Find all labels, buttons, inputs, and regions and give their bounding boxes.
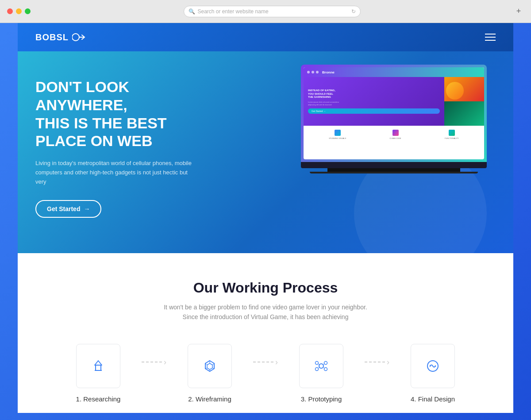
feature-icon-2: [392, 130, 399, 136]
refresh-icon[interactable]: ↻: [351, 8, 356, 15]
hero-description: Living in today's metropolitan world of …: [35, 159, 195, 186]
arrow-head: ›: [164, 358, 166, 366]
cta-label: Get Started: [47, 205, 80, 212]
hero-section: DON'T LOOK ANYWHERE,THIS IS THE BEST PLA…: [18, 51, 513, 253]
step-final-design: 4. Final Design: [393, 344, 473, 403]
inner-nav-dots: [307, 71, 319, 73]
get-started-button[interactable]: Get Started →: [35, 200, 101, 218]
laptop-hero-sub: Lorem ipsum dolor sit amet consecteturad…: [308, 101, 440, 106]
hamburger-line: [485, 37, 496, 38]
step-label-1: 1. Researching: [76, 395, 121, 403]
inner-brand: Bronne: [322, 70, 335, 74]
svg-point-7: [430, 366, 431, 367]
laptop-base: [301, 162, 487, 168]
website-container: BOBSL DON'T LOOK ANYWHERE,THIS IS THE BE…: [18, 23, 513, 413]
section-description: It won't be a bigger problem to find one…: [159, 302, 372, 322]
laptop-image-top: [444, 77, 484, 101]
svg-point-5: [324, 368, 327, 371]
address-bar-wrap: 🔍 Search or enter website name ↻: [36, 6, 508, 17]
svg-point-4: [316, 368, 319, 371]
address-text: Search or enter website name: [198, 8, 269, 15]
laptop-feature-1: STUNNING VISUALS: [329, 130, 346, 139]
step-label-3: 3. Prototyping: [301, 395, 342, 403]
step-label-2: 2. Wireframing: [188, 395, 231, 403]
laptop-feature-3: FUNCTIONALITY: [445, 130, 459, 139]
step-label-4: 4. Final Design: [411, 395, 455, 403]
hamburger-line: [485, 40, 496, 41]
step-icon-box-2: [188, 344, 232, 388]
navbar: BOBSL: [18, 23, 513, 51]
laptop-hero-left: INSTEAD OF EATING,YOU SHOULD FEELTHE GAR…: [304, 77, 444, 126]
feature-icon-1: [335, 130, 341, 136]
step-arrow-2: ›: [250, 358, 281, 366]
avatar-circle: [446, 82, 464, 100]
laptop-hero-title: INSTEAD OF EATING,YOU SHOULD FEELTHE GAR…: [308, 89, 440, 99]
arrow-dashes-3: ›: [365, 358, 389, 366]
laptop-stand: [327, 168, 460, 172]
step-arrow-3: ›: [361, 358, 393, 366]
laptop-feature-2: CLEAN CODE: [390, 130, 401, 139]
cta-arrow: →: [84, 205, 90, 212]
research-icon: [89, 357, 107, 375]
design-icon: [424, 357, 442, 375]
process-steps: 1. Researching › 2.: [35, 344, 496, 403]
minimize-button[interactable]: [16, 8, 22, 14]
step-researching: 1. Researching: [58, 344, 138, 403]
step-icon-box-4: [411, 344, 455, 388]
process-section: Our Working Process It won't be a bigger…: [18, 253, 513, 413]
logo-icon: [72, 32, 85, 42]
maximize-button[interactable]: [25, 8, 31, 14]
svg-point-1: [319, 364, 323, 368]
feature-label-2: CLEAN CODE: [390, 137, 401, 139]
svg-point-8: [435, 366, 436, 367]
laptop-features: STUNNING VISUALS CLEAN CODE FUNCTIONALIT…: [304, 126, 484, 143]
laptop-image-bottom: [444, 101, 484, 126]
hamburger-menu[interactable]: [485, 34, 496, 41]
close-button[interactable]: [7, 8, 13, 14]
logo: BOBSL: [35, 32, 85, 42]
traffic-lights: [7, 8, 31, 14]
feature-icon-3: [449, 130, 455, 136]
prototype-icon: [312, 357, 330, 375]
step-wireframing: 2. Wireframing: [170, 344, 250, 403]
svg-point-0: [72, 34, 79, 41]
step-prototyping: 3. Prototyping: [281, 344, 361, 403]
feature-label-3: FUNCTIONALITY: [445, 137, 459, 139]
browser-chrome: 🔍 Search or enter website name ↻ +: [0, 0, 531, 23]
laptop-hero-images: [444, 77, 484, 126]
arrow-head-3: ›: [387, 358, 389, 366]
laptop-foot: [310, 172, 478, 173]
laptop-mockup: Bronne INSTEAD OF EATING,YOU SHOULD FEEL…: [301, 65, 487, 173]
step-icon-box-3: [299, 344, 343, 388]
arrow-dashes-2: ›: [253, 358, 278, 366]
laptop-hero-area: INSTEAD OF EATING,YOU SHOULD FEELTHE GAR…: [304, 77, 484, 126]
step-icon-box-1: [76, 344, 120, 388]
svg-point-3: [324, 362, 327, 365]
wireframe-icon: [201, 357, 219, 375]
hamburger-line: [485, 34, 496, 35]
address-bar[interactable]: 🔍 Search or enter website name ↻: [184, 6, 361, 17]
hero-content: DON'T LOOK ANYWHERE,THIS IS THE BEST PLA…: [35, 78, 221, 218]
arrow-head-2: ›: [275, 358, 278, 366]
svg-point-2: [316, 362, 319, 365]
laptop-screen: Bronne INSTEAD OF EATING,YOU SHOULD FEEL…: [301, 65, 487, 162]
new-tab-button[interactable]: +: [513, 6, 524, 17]
feature-label-1: STUNNING VISUALS: [329, 137, 346, 139]
logo-text: BOBSL: [35, 32, 69, 42]
step-arrow-1: ›: [138, 358, 170, 366]
search-icon: 🔍: [189, 8, 195, 15]
hero-title: DON'T LOOK ANYWHERE,THIS IS THE BEST PLA…: [35, 78, 221, 150]
arrow-dashes: ›: [142, 358, 166, 366]
section-title: Our Working Process: [35, 280, 496, 296]
laptop-inner-navbar: Bronne: [304, 67, 484, 77]
laptop-cta: Get Started →: [308, 108, 440, 114]
laptop-inner: Bronne INSTEAD OF EATING,YOU SHOULD FEEL…: [304, 67, 484, 159]
